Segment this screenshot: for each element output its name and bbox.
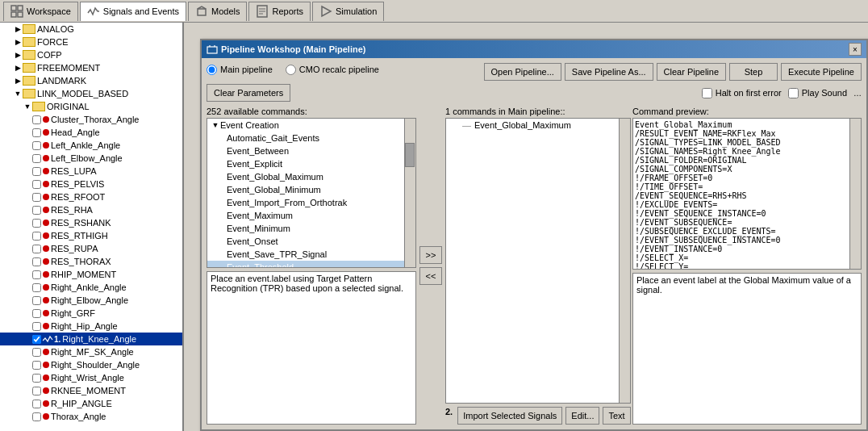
signal-right-grf[interactable]: Right_GRF xyxy=(0,307,182,320)
signal-right-mf-sk[interactable]: Right_MF_SK_Angle xyxy=(0,345,182,358)
signal-right-shoulder[interactable]: Right_Shoulder_Angle xyxy=(0,358,182,371)
cmd-group-event-creation[interactable]: ▼ Event Creation xyxy=(207,119,415,132)
clear-pipeline-button[interactable]: Clear Pipeline xyxy=(657,63,726,81)
save-pipeline-button[interactable]: Save Pipeline As... xyxy=(565,63,653,81)
signal-thorax-angle[interactable]: Thorax_Angle xyxy=(0,410,182,423)
signal-checkbox[interactable] xyxy=(32,361,41,370)
clear-parameters-button[interactable]: Clear Parameters xyxy=(207,84,290,102)
cmd-event-explicit[interactable]: Event_Explicit xyxy=(207,157,415,170)
add-to-pipeline-button[interactable]: >> xyxy=(419,246,442,264)
edit-button[interactable]: Edit... xyxy=(565,407,599,425)
dialog-close-button[interactable]: × xyxy=(849,43,862,56)
signal-res-rupa[interactable]: RES_RUPA xyxy=(0,242,182,255)
signal-checkbox[interactable] xyxy=(32,115,41,124)
execute-pipeline-button[interactable]: Execute Pipeline xyxy=(781,63,862,81)
signal-checkbox[interactable] xyxy=(32,387,41,395)
remove-from-pipeline-button[interactable]: << xyxy=(419,267,442,285)
pipeline-item-event-global-max[interactable]: — Event_Global_Maximum xyxy=(446,119,630,132)
signal-checkbox[interactable] xyxy=(32,283,41,292)
tab-models[interactable]: Models xyxy=(188,2,247,21)
signal-checkbox[interactable] xyxy=(32,180,41,189)
signal-res-rshank[interactable]: RES_RSHANK xyxy=(0,216,182,229)
signal-checkbox[interactable] xyxy=(32,270,41,279)
signal-checkbox[interactable] xyxy=(32,219,41,228)
tab-reports[interactable]: Reports xyxy=(248,2,311,21)
signal-checkbox[interactable] xyxy=(32,154,41,163)
halt-on-error-checkbox[interactable]: Halt on first error xyxy=(702,88,782,98)
signal-left-ankle[interactable]: Left_Ankle_Angle xyxy=(0,139,182,152)
signal-cluster-thorax[interactable]: Cluster_Thorax_Angle xyxy=(0,113,182,126)
radio-cmo-pipeline[interactable]: CMO recalc pipeline xyxy=(286,65,379,75)
signal-res-lupa[interactable]: RES_LUPA xyxy=(0,165,182,178)
signal-head-angle[interactable]: Head_Angle xyxy=(0,126,182,139)
cmd-event-onset[interactable]: Event_Onset xyxy=(207,235,415,248)
signal-dot-red xyxy=(43,168,49,174)
signal-checkbox[interactable] xyxy=(32,193,41,202)
signal-right-knee[interactable]: 1. Right_Knee_Angle xyxy=(0,333,182,345)
radio-main[interactable] xyxy=(207,65,217,75)
signal-dot-red xyxy=(43,194,49,200)
signal-checkbox[interactable] xyxy=(32,232,41,241)
signal-checkbox[interactable] xyxy=(32,167,41,176)
radio-cmo[interactable] xyxy=(286,65,296,75)
signal-checkbox[interactable] xyxy=(32,245,41,253)
open-pipeline-button[interactable]: Open Pipeline... xyxy=(484,63,561,81)
tree-item-landmark[interactable]: ▶ LANDMARK xyxy=(0,74,182,87)
signal-res-thorax[interactable]: RES_THORAX xyxy=(0,255,182,268)
tree-item-link-model[interactable]: ▼ LINK_MODEL_BASED xyxy=(0,87,182,100)
signal-checkbox[interactable] xyxy=(32,335,41,344)
tab-signals[interactable]: Signals and Events xyxy=(80,2,186,21)
tree-item-freemoment[interactable]: ▶ FREEMOMENT xyxy=(0,61,182,74)
signal-right-hip[interactable]: Right_Hip_Angle xyxy=(0,320,182,333)
command-preview-box[interactable]: Event_Global_Maximum /RESULT_EVENT_NAME=… xyxy=(632,118,862,270)
signal-checkbox[interactable] xyxy=(32,206,41,215)
tree-item-force[interactable]: ▶ FORCE xyxy=(0,36,182,48)
pipeline-tree-box[interactable]: — Event_Global_Maximum xyxy=(445,118,631,404)
text-button[interactable]: Text xyxy=(603,407,630,425)
tree-item-original[interactable]: ▼ ORIGINAL xyxy=(0,100,182,113)
import-selected-signals-button[interactable]: Import Selected Signals xyxy=(457,407,562,425)
signal-checkbox[interactable] xyxy=(32,257,41,266)
signal-rknee-moment[interactable]: RKNEE_MOMENT xyxy=(0,384,182,397)
cmd-event-import-orthotrak[interactable]: Event_Import_From_Orthotrak xyxy=(207,196,415,209)
step-button[interactable]: Step xyxy=(729,63,778,81)
signal-r-hip-angle[interactable]: R_HIP_ANGLE xyxy=(0,397,182,410)
signal-checkbox[interactable] xyxy=(32,412,41,421)
signal-res-rthigh[interactable]: RES_RTHIGH xyxy=(0,229,182,242)
signal-res-pelvis[interactable]: RES_PELVIS xyxy=(0,178,182,190)
signal-right-ankle[interactable]: Right_Ankle_Angle xyxy=(0,281,182,294)
cmd-event-between[interactable]: Event_Between xyxy=(207,144,415,157)
signal-res-rfoot[interactable]: RES_RFOOT xyxy=(0,190,182,203)
halt-checkbox[interactable] xyxy=(702,88,712,98)
signal-checkbox[interactable] xyxy=(32,128,41,137)
commands-tree-box[interactable]: ▼ Event Creation Automatic_Gait_Events E… xyxy=(207,118,416,268)
signal-left-elbow[interactable]: Left_Elbow_Angle xyxy=(0,152,182,165)
cmd-event-global-max[interactable]: Event_Global_Maximum xyxy=(207,170,415,183)
tab-simulation[interactable]: Simulation xyxy=(312,2,384,21)
signal-right-elbow[interactable]: Right_Elbow_Angle xyxy=(0,294,182,307)
cmd-event-save-tpr[interactable]: Event_Save_TPR_Signal xyxy=(207,248,415,261)
signal-checkbox[interactable] xyxy=(32,322,41,331)
play-sound-checkbox[interactable]: Play Sound xyxy=(788,88,847,98)
cmd-event-maximum[interactable]: Event_Maximum xyxy=(207,209,415,222)
tab-workspace[interactable]: Workspace xyxy=(3,2,78,21)
signal-rhip-moment[interactable]: RHIP_MOMENT xyxy=(0,268,182,281)
cmd-event-minimum[interactable]: Event_Minimum xyxy=(207,222,415,235)
cmd-event-global-min[interactable]: Event_Global_Minimum xyxy=(207,183,415,196)
models-icon xyxy=(195,5,208,18)
play-sound-check[interactable] xyxy=(788,88,799,98)
cmd-automatic-gait[interactable]: Automatic_Gait_Events xyxy=(207,132,415,144)
signal-checkbox[interactable] xyxy=(32,400,41,408)
tree-item-cofp[interactable]: ▶ COFP xyxy=(0,48,182,61)
signal-res-rha[interactable]: RES_RHA xyxy=(0,203,182,216)
svg-rect-1 xyxy=(18,6,23,10)
signal-checkbox[interactable] xyxy=(32,296,41,305)
signal-checkbox[interactable] xyxy=(32,309,41,318)
signal-checkbox[interactable] xyxy=(32,141,41,150)
tree-item-analog[interactable]: ▶ ANALOG xyxy=(0,23,182,36)
radio-main-pipeline[interactable]: Main pipeline xyxy=(207,65,273,75)
signal-checkbox[interactable] xyxy=(32,348,41,357)
cmd-event-threshold[interactable]: Event_Threshold xyxy=(207,261,415,268)
signal-checkbox[interactable] xyxy=(32,374,41,383)
signal-right-wrist[interactable]: Right_Wrist_Angle xyxy=(0,371,182,384)
